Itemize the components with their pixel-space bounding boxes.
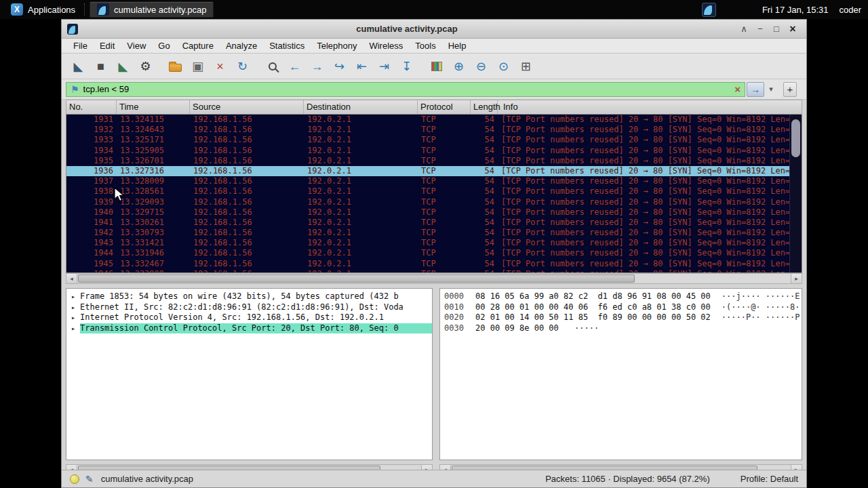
menu-statistics[interactable]: Statistics: [263, 41, 311, 51]
go-to-packet-button[interactable]: ↪: [328, 56, 351, 77]
minimize-button[interactable]: −: [752, 24, 768, 34]
packet-list-hscrollbar[interactable]: ◂ ▸: [66, 273, 802, 284]
menu-telephony[interactable]: Telephony: [311, 41, 363, 51]
scrollbar-thumb[interactable]: [78, 274, 635, 283]
menu-file[interactable]: File: [67, 41, 94, 51]
taskbar-window-button[interactable]: cumulative activity.pcap: [90, 1, 214, 18]
packet-row-1938[interactable]: 193813.328561192.168.1.56192.0.2.1TCP54[…: [66, 186, 789, 197]
capture-comment-icon[interactable]: ✎: [85, 474, 94, 485]
expander-icon[interactable]: ▸: [66, 323, 80, 334]
add-filter-button[interactable]: +: [783, 82, 797, 97]
detail-line[interactable]: ▸Internet Protocol Version 4, Src: 192.1…: [66, 312, 432, 323]
packet-row-1940[interactable]: 194013.329715192.168.1.56192.0.2.1TCP54[…: [66, 207, 789, 218]
column-header-no[interactable]: No.: [66, 100, 117, 114]
close-file-button[interactable]: ×: [209, 56, 231, 77]
packet-row-1937[interactable]: 193713.328009192.168.1.56192.0.2.1TCP54[…: [66, 176, 789, 186]
vertical-scrollbar-thumb[interactable]: [791, 119, 800, 157]
auto-scroll-button[interactable]: ↧: [395, 56, 418, 77]
capture-options-icon: ⚙: [140, 60, 151, 73]
pane-divider[interactable]: [433, 288, 439, 460]
expert-info-icon[interactable]: [70, 474, 79, 484]
maximize-button[interactable]: □: [768, 24, 785, 34]
find-packet-button[interactable]: [261, 56, 283, 77]
packet-cell: [TCP Port numbers reused] 20 → 80 [SYN] …: [498, 259, 789, 269]
wireshark-tray-icon[interactable]: [702, 3, 716, 17]
menu-edit[interactable]: Edit: [94, 41, 121, 51]
detail-line[interactable]: ▸Transmission Control Protocol, Src Port…: [66, 323, 432, 334]
expander-icon[interactable]: ▸: [66, 291, 80, 302]
clock[interactable]: Fri 17 Jan, 15:31: [762, 5, 829, 15]
zoom-out-button[interactable]: ⊖: [470, 56, 492, 77]
packet-cell: 54: [471, 166, 498, 176]
detail-line[interactable]: ▸Frame 1853: 54 bytes on wire (432 bits)…: [66, 291, 432, 302]
packet-row-1931[interactable]: 193113.324115192.168.1.56192.0.2.1TCP54[…: [66, 115, 789, 125]
packet-row-1935[interactable]: 193513.326701192.168.1.56192.0.2.1TCP54[…: [66, 156, 789, 166]
last-packet-button[interactable]: ⇥: [373, 56, 395, 77]
menu-help[interactable]: Help: [442, 41, 473, 51]
menu-go[interactable]: Go: [152, 41, 176, 51]
close-button[interactable]: ×: [785, 23, 801, 35]
hex-line[interactable]: 001000 28 00 01 00 00 40 06 f6 ed c0 a8 …: [444, 302, 802, 313]
expander-icon[interactable]: ▸: [66, 302, 80, 313]
packet-row-1936[interactable]: 193613.327316192.168.1.56192.0.2.1TCP54[…: [66, 166, 789, 176]
column-header-length[interactable]: Length: [471, 100, 498, 114]
open-file-button[interactable]: [164, 56, 186, 77]
zoom-in-button[interactable]: ⊕: [448, 56, 470, 77]
column-header-destination[interactable]: Destination: [304, 100, 418, 114]
colorize-button[interactable]: [425, 56, 448, 77]
go-forward-button[interactable]: →: [306, 56, 328, 77]
applications-menu[interactable]: X Applications: [7, 0, 79, 19]
packet-row-1939[interactable]: 193913.329093192.168.1.56192.0.2.1TCP54[…: [66, 197, 789, 207]
menu-wireless[interactable]: Wireless: [363, 41, 409, 51]
scroll-left-icon[interactable]: ◂: [66, 274, 77, 283]
packet-row-1945[interactable]: 194513.332467192.168.1.56192.0.2.1TCP54[…: [66, 259, 789, 269]
scroll-right-icon[interactable]: ▸: [791, 274, 802, 283]
hex-line[interactable]: 000008 16 05 6a 99 a0 82 c2 d1 d8 96 91 …: [444, 291, 802, 302]
packet-cell: 192.0.2.1: [304, 135, 418, 145]
resize-columns-button[interactable]: ⊞: [515, 56, 537, 77]
packet-row-1934[interactable]: 193413.325905192.168.1.56192.0.2.1TCP54[…: [66, 146, 789, 156]
statusbar-profile[interactable]: Profile: Default: [741, 474, 798, 484]
scrollbar-track[interactable]: [77, 274, 791, 283]
stop-capture-button[interactable]: ■: [90, 56, 112, 77]
clear-filter-icon[interactable]: ×: [734, 83, 741, 95]
go-back-button[interactable]: ←: [283, 56, 306, 77]
detail-line[interactable]: ▸Ethernet II, Src: 82:c2:d1:d8:96:91 (82…: [66, 302, 432, 313]
first-packet-button[interactable]: ⇤: [351, 56, 373, 77]
filter-field[interactable]: ⚑ ×: [66, 82, 745, 97]
packet-row-1933[interactable]: 193313.325171192.168.1.56192.0.2.1TCP54[…: [66, 135, 789, 145]
filter-input[interactable]: [83, 84, 731, 94]
capture-options-button[interactable]: ⚙: [134, 56, 157, 77]
column-header-time[interactable]: Time: [117, 100, 190, 114]
packet-row-1941[interactable]: 194113.330261192.168.1.56192.0.2.1TCP54[…: [66, 218, 789, 228]
vertical-scrollbar[interactable]: [789, 115, 802, 272]
menu-capture[interactable]: Capture: [176, 41, 220, 51]
title-bar[interactable]: cumulative activity.pcap ∧ − □ ×: [62, 20, 806, 39]
shade-button[interactable]: ∧: [736, 24, 752, 34]
detail-text: Internet Protocol Version 4, Src: 192.16…: [80, 312, 432, 323]
save-file-button[interactable]: ▣: [186, 56, 209, 77]
start-capture-button[interactable]: ◣: [67, 56, 90, 77]
menu-view[interactable]: View: [121, 41, 152, 51]
filter-dropdown-icon[interactable]: ▾: [766, 85, 776, 94]
zoom-normal-button[interactable]: ⊙: [492, 56, 515, 77]
menu-tools[interactable]: Tools: [409, 41, 441, 51]
bookmark-icon[interactable]: ⚑: [71, 84, 79, 95]
expander-icon[interactable]: ▸: [66, 312, 80, 323]
packet-cell: [TCP Port numbers reused] 20 → 80 [SYN] …: [498, 125, 789, 135]
reload-file-button[interactable]: ↻: [231, 56, 254, 77]
apply-filter-button[interactable]: →: [747, 82, 764, 97]
column-header-info[interactable]: Info: [498, 100, 802, 114]
column-header-source[interactable]: Source: [190, 100, 304, 114]
packet-cell: [TCP Port numbers reused] 20 → 80 [SYN] …: [498, 228, 789, 238]
packet-row-1943[interactable]: 194313.331421192.168.1.56192.0.2.1TCP54[…: [66, 238, 789, 248]
packet-row-1946[interactable]: 194613.332989192.168.1.56192.0.2.1TCP54[…: [66, 269, 789, 272]
packet-row-1942[interactable]: 194213.330793192.168.1.56192.0.2.1TCP54[…: [66, 228, 789, 238]
hex-line[interactable]: 002002 01 00 14 00 50 11 85 f0 89 00 00 …: [444, 312, 802, 323]
restart-capture-button[interactable]: ◣: [112, 56, 134, 77]
column-header-protocol[interactable]: Protocol: [418, 100, 471, 114]
hex-line[interactable]: 003020 00 09 8e 00 00 ·····: [444, 323, 802, 334]
packet-row-1944[interactable]: 194413.331946192.168.1.56192.0.2.1TCP54[…: [66, 248, 789, 258]
menu-analyze[interactable]: Analyze: [220, 41, 263, 51]
packet-row-1932[interactable]: 193213.324643192.168.1.56192.0.2.1TCP54[…: [66, 125, 789, 135]
